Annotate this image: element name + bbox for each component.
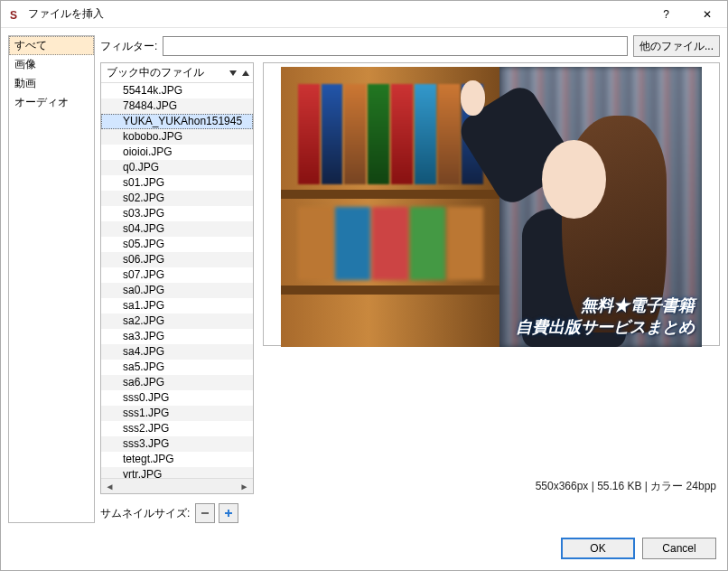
svg-rect-1 (201, 512, 209, 514)
filter-input[interactable] (163, 36, 628, 56)
window-title: ファイルを挿入 (28, 6, 646, 22)
file-panel: ブック中のファイル 55414k.JPG78484.JPGYUKA_YUKAho… (100, 62, 254, 494)
file-list[interactable]: 55414k.JPG78484.JPGYUKA_YUKAhon151945kob… (101, 83, 253, 478)
status-text: 550x366px | 55.16 KB | カラー 24bpp (263, 479, 720, 494)
file-item[interactable]: s02.JPG (101, 191, 253, 206)
sort-arrows (229, 70, 249, 76)
file-item[interactable]: YUKA_YUKAhon151945 (101, 114, 253, 129)
file-item[interactable]: q0.JPG (101, 160, 253, 175)
sidebar-item-2[interactable]: 動画 (9, 74, 94, 93)
preview-column: 無料★電子書籍 自費出版サービスまとめ 550x366px | 55.16 KB… (263, 62, 720, 494)
close-button[interactable]: ✕ (686, 1, 727, 27)
dialog-window: S ファイルを挿入 ? ✕ すべて画像動画オーディオ フィルター: 他のファイル… (0, 0, 728, 571)
thumbnail-size-row: サムネイルサイズ: (100, 503, 720, 523)
file-item[interactable]: sss1.JPG (101, 406, 253, 421)
filter-row: フィルター: 他のファイル... (100, 35, 720, 57)
file-item[interactable]: sa2.JPG (101, 314, 253, 329)
file-item[interactable]: 55414k.JPG (101, 83, 253, 98)
scroll-left-icon[interactable]: ◄ (103, 480, 117, 493)
scroll-right-icon[interactable]: ► (238, 480, 251, 493)
sort-asc-icon[interactable] (242, 70, 249, 76)
other-files-button[interactable]: 他のファイル... (633, 35, 720, 57)
ok-button[interactable]: OK (561, 538, 635, 559)
app-icon: S (8, 7, 23, 22)
file-item[interactable]: sa5.JPG (101, 360, 253, 375)
thumb-larger-button[interactable] (219, 503, 238, 523)
file-item[interactable]: yrtr.JPG (101, 467, 253, 478)
svg-rect-3 (228, 510, 229, 517)
file-item[interactable]: s06.JPG (101, 252, 253, 267)
cancel-button[interactable]: Cancel (642, 538, 716, 559)
thumb-smaller-button[interactable] (195, 503, 215, 523)
file-item[interactable]: sa1.JPG (101, 298, 253, 314)
titlebar: S ファイルを挿入 ? ✕ (1, 1, 727, 28)
file-item[interactable]: 78484.JPG (101, 98, 253, 114)
horizontal-scrollbar[interactable]: ◄ ► (101, 478, 253, 493)
file-item[interactable]: s03.JPG (101, 206, 253, 221)
file-item[interactable]: sss3.JPG (101, 436, 253, 452)
file-panel-header: ブック中のファイル (101, 63, 253, 83)
preview-pane: 無料★電子書籍 自費出版サービスまとめ (263, 62, 720, 346)
filter-label: フィルター: (100, 39, 157, 54)
file-item[interactable]: tetegt.JPG (101, 452, 253, 467)
file-item[interactable]: sss0.JPG (101, 390, 253, 406)
file-item[interactable]: s07.JPG (101, 267, 253, 283)
file-item[interactable]: s05.JPG (101, 237, 253, 252)
file-item[interactable]: sa4.JPG (101, 344, 253, 360)
preview-overlay-text: 無料★電子書籍 自費出版サービスまとめ (516, 295, 695, 338)
sidebar-item-1[interactable]: 画像 (9, 55, 94, 74)
file-item[interactable]: oioioi.JPG (101, 145, 253, 160)
help-button[interactable]: ? (646, 1, 686, 27)
dialog-footer: OK Cancel (1, 530, 727, 570)
file-item[interactable]: sa6.JPG (101, 375, 253, 390)
sidebar-item-0[interactable]: すべて (9, 36, 94, 55)
file-item[interactable]: sa3.JPG (101, 329, 253, 344)
content-row: ブック中のファイル 55414k.JPG78484.JPGYUKA_YUKAho… (100, 62, 720, 494)
thumbnail-size-label: サムネイルサイズ: (100, 506, 190, 521)
category-sidebar: すべて画像動画オーディオ (8, 35, 95, 523)
file-item[interactable]: s04.JPG (101, 221, 253, 237)
file-item[interactable]: sa0.JPG (101, 283, 253, 298)
file-item[interactable]: s01.JPG (101, 175, 253, 191)
preview-image: 無料★電子書籍 自費出版サービスまとめ (281, 67, 702, 347)
svg-text:S: S (10, 9, 17, 22)
file-item[interactable]: kobobo.JPG (101, 129, 253, 145)
sidebar-item-3[interactable]: オーディオ (9, 93, 94, 112)
main-panel: フィルター: 他のファイル... ブック中のファイル 55414k.JPG784… (100, 35, 720, 523)
file-item[interactable]: sss2.JPG (101, 421, 253, 436)
dialog-body: すべて画像動画オーディオ フィルター: 他のファイル... ブック中のファイル (1, 28, 727, 530)
sort-desc-icon[interactable] (229, 70, 237, 76)
file-panel-title: ブック中のファイル (107, 65, 204, 80)
